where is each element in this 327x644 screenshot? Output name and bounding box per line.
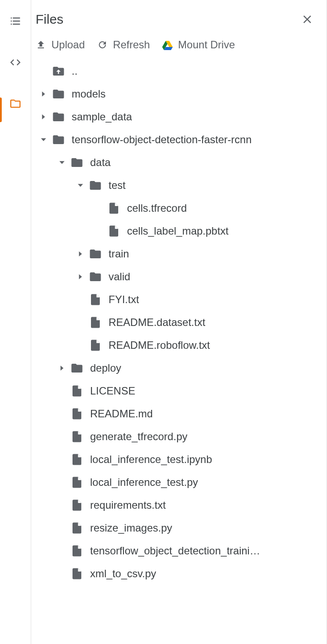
file-item[interactable]: README.md [31, 402, 327, 425]
item-label: cells_label_map.pbtxt [127, 225, 229, 237]
folder-icon [88, 178, 102, 192]
file-icon [70, 407, 84, 421]
chevron-down-icon [39, 135, 48, 144]
mount-drive-button[interactable]: Mount Drive [162, 39, 235, 51]
chevron-right-icon [76, 250, 85, 258]
item-label: generate_tfrecord.py [90, 431, 187, 443]
item-label: valid [109, 271, 130, 283]
folder-icon [88, 247, 102, 261]
file-item[interactable]: FYI.txt [31, 288, 327, 311]
item-label: local_inference_test.py [90, 476, 198, 488]
file-item[interactable]: cells.tfrecord [31, 197, 327, 220]
chevron-right-icon [39, 90, 48, 98]
file-item[interactable]: generate_tfrecord.py [31, 425, 327, 448]
folder-icon [51, 87, 65, 101]
item-label: xml_to_csv.py [90, 568, 156, 580]
close-icon [301, 13, 314, 26]
item-label: tensorflow_object_detection_traini… [90, 545, 260, 557]
expand-toggle[interactable] [73, 250, 88, 258]
file-item[interactable]: tensorflow_object_detection_traini… [31, 539, 327, 562]
files-panel: Files Upload Refresh Mount Drive ..model… [31, 0, 327, 644]
refresh-button[interactable]: Refresh [97, 39, 150, 51]
folder-item[interactable]: models [31, 83, 327, 105]
toc-tab[interactable] [7, 12, 24, 30]
folder-item[interactable]: data [31, 151, 327, 174]
file-item[interactable]: cells_label_map.pbtxt [31, 220, 327, 242]
expand-toggle[interactable] [73, 272, 88, 281]
file-item[interactable]: README.roboflow.txt [31, 334, 327, 357]
file-tree: ..modelssample_datatensorflow-object-det… [31, 58, 327, 644]
item-label: test [109, 179, 126, 192]
file-item[interactable]: resize_images.py [31, 517, 327, 539]
chevron-down-icon [58, 158, 66, 167]
item-label: deploy [90, 362, 121, 374]
refresh-label: Refresh [113, 39, 150, 51]
chevron-right-icon [58, 364, 66, 373]
item-label: resize_images.py [90, 522, 172, 534]
folder-item[interactable]: tensorflow-object-detection-faster-rcnn [31, 128, 327, 151]
folder-icon [51, 110, 65, 124]
expand-toggle[interactable] [36, 135, 51, 144]
item-label: FYI.txt [109, 293, 139, 306]
drive-icon [162, 40, 173, 50]
item-label: train [109, 248, 129, 260]
item-label: README.dataset.txt [109, 316, 205, 329]
chevron-down-icon [76, 181, 85, 190]
file-item[interactable]: local_inference_test.py [31, 471, 327, 494]
folder-icon [88, 270, 102, 284]
folder-icon [70, 156, 84, 170]
active-tab-indicator [0, 98, 2, 122]
files-toolbar: Upload Refresh Mount Drive [31, 33, 327, 58]
expand-toggle[interactable] [54, 158, 70, 167]
folder-up-icon [51, 64, 65, 78]
file-icon [88, 338, 102, 352]
chevron-right-icon [39, 112, 48, 121]
file-icon [88, 315, 102, 329]
expand-toggle[interactable] [73, 181, 88, 190]
folder-item[interactable]: valid [31, 265, 327, 288]
files-tab[interactable] [7, 95, 24, 112]
file-icon [70, 430, 84, 444]
file-icon [70, 498, 84, 512]
panel-title: Files [36, 12, 298, 27]
folder-item[interactable]: train [31, 242, 327, 265]
close-panel-button[interactable] [298, 11, 316, 28]
file-icon [70, 475, 84, 489]
panel-header: Files [31, 0, 327, 33]
expand-toggle[interactable] [54, 364, 70, 373]
item-label: README.md [90, 408, 153, 420]
code-snippets-tab[interactable] [7, 54, 24, 71]
file-icon [88, 293, 102, 307]
item-label: .. [72, 65, 77, 77]
item-label: models [72, 88, 105, 100]
file-item[interactable]: requirements.txt [31, 494, 327, 517]
file-icon [70, 567, 84, 581]
upload-button[interactable]: Upload [36, 39, 85, 51]
mount-drive-label: Mount Drive [178, 39, 235, 51]
item-label: data [90, 156, 111, 169]
file-item[interactable]: xml_to_csv.py [31, 562, 327, 585]
file-icon [70, 544, 84, 558]
folder-item[interactable]: test [31, 174, 327, 197]
folder-item[interactable]: sample_data [31, 105, 327, 128]
folder-icon [70, 361, 84, 375]
file-item[interactable]: local_inference_test.ipynb [31, 448, 327, 471]
file-item[interactable]: LICENSE [31, 380, 327, 402]
upload-label: Upload [51, 39, 85, 51]
item-label: cells.tfrecord [127, 202, 187, 214]
expand-toggle[interactable] [36, 112, 51, 121]
upload-icon [36, 40, 46, 50]
item-label: tensorflow-object-detection-faster-rcnn [72, 134, 252, 146]
file-icon [107, 201, 121, 215]
refresh-icon [97, 40, 108, 50]
item-label: sample_data [72, 111, 132, 123]
file-item[interactable]: README.dataset.txt [31, 311, 327, 334]
folder-icon [51, 133, 65, 147]
expand-toggle[interactable] [36, 90, 51, 98]
folder-item[interactable]: deploy [31, 357, 327, 380]
item-label: local_inference_test.ipynb [90, 453, 212, 466]
file-icon [107, 224, 121, 238]
parent-dir-item[interactable]: .. [31, 60, 327, 83]
item-label: LICENSE [90, 385, 135, 397]
file-icon [70, 452, 84, 467]
